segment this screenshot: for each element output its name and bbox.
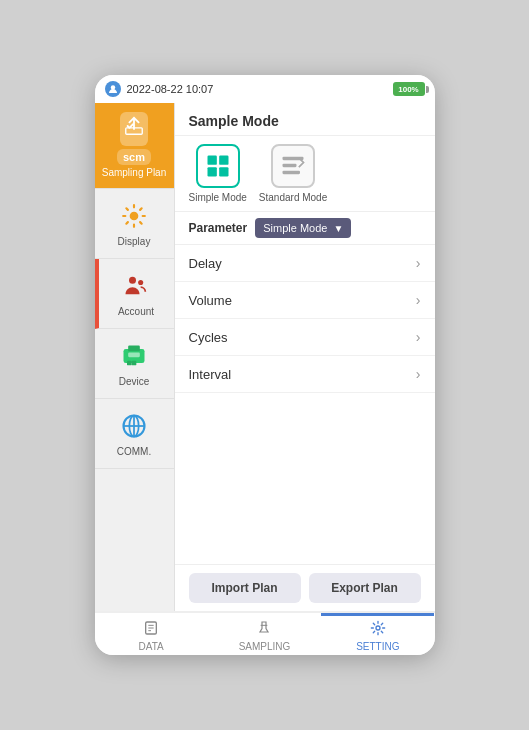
standard-mode-card[interactable]: Standard Mode <box>259 144 327 203</box>
parameter-value: Simple Mode <box>263 222 327 234</box>
sidebar-account-label: Account <box>118 306 154 317</box>
nav-item-sampling[interactable]: SAMPLING <box>208 613 321 655</box>
parameter-label: Parameter <box>189 221 248 235</box>
menu-item-cycles[interactable]: Cycles › <box>175 319 435 356</box>
status-avatar-icon <box>105 81 121 97</box>
setting-nav-icon <box>370 620 386 639</box>
svg-rect-16 <box>219 156 228 165</box>
phone-frame: 2022-08-22 10:07 100% <box>95 75 435 655</box>
svg-rect-21 <box>283 171 301 175</box>
status-bar: 2022-08-22 10:07 100% <box>95 75 435 103</box>
account-icon <box>120 270 152 302</box>
export-plan-button[interactable]: Export Plan <box>309 573 421 603</box>
nav-item-data[interactable]: DATA <box>95 613 208 655</box>
svg-rect-17 <box>207 167 216 176</box>
svg-rect-8 <box>127 361 132 366</box>
menu-item-interval[interactable]: Interval › <box>175 356 435 393</box>
svg-rect-15 <box>207 156 216 165</box>
sidebar-sampling-label: Sampling Plan <box>102 167 166 178</box>
parameter-dropdown[interactable]: Simple Mode ▼ <box>255 218 351 238</box>
import-plan-button[interactable]: Import Plan <box>189 573 301 603</box>
sidebar-device-label: Device <box>119 376 150 387</box>
cycles-label: Cycles <box>189 330 228 345</box>
sidebar: scm Sampling Plan Display <box>95 103 175 611</box>
delay-label: Delay <box>189 256 222 271</box>
svg-point-4 <box>129 277 136 284</box>
svg-rect-10 <box>128 353 140 358</box>
sidebar-item-sampling-plan[interactable]: scm Sampling Plan <box>95 103 174 189</box>
dropdown-arrow-icon: ▼ <box>333 223 343 234</box>
battery-level: 100% <box>398 85 418 94</box>
svg-point-3 <box>130 212 139 221</box>
sampling-nav-icon <box>256 620 272 639</box>
battery-icon: 100% <box>393 82 425 96</box>
nav-sampling-label: SAMPLING <box>239 641 291 652</box>
interval-label: Interval <box>189 367 232 382</box>
menu-item-volume[interactable]: Volume › <box>175 282 435 319</box>
volume-label: Volume <box>189 293 232 308</box>
device-icon <box>118 340 150 372</box>
svg-rect-18 <box>219 167 228 176</box>
menu-list: Delay › Volume › Cycles › Interval › <box>175 245 435 564</box>
sidebar-item-display[interactable]: Display <box>95 189 174 259</box>
nav-item-setting[interactable]: SETTING <box>321 613 434 655</box>
status-time: 2022-08-22 10:07 <box>127 83 387 95</box>
data-nav-icon <box>143 620 159 639</box>
svg-point-27 <box>376 626 380 630</box>
menu-item-delay[interactable]: Delay › <box>175 245 435 282</box>
standard-mode-label: Standard Mode <box>259 192 327 203</box>
action-buttons: Import Plan Export Plan <box>175 564 435 611</box>
sidebar-comm-label: COMM. <box>117 446 151 457</box>
content-title: Sample Mode <box>175 103 435 136</box>
standard-mode-icon <box>271 144 315 188</box>
main-content: scm Sampling Plan Display <box>95 103 435 611</box>
simple-mode-label: Simple Mode <box>189 192 247 203</box>
bottom-nav: DATA SAMPLING SETTING <box>95 611 435 655</box>
simple-mode-card[interactable]: Simple Mode <box>189 144 247 203</box>
display-icon <box>118 200 150 232</box>
delay-chevron-icon: › <box>416 255 421 271</box>
cycles-chevron-icon: › <box>416 329 421 345</box>
mode-section: Simple Mode Standard Mode <box>175 136 435 212</box>
scm-label: scm <box>117 149 151 165</box>
sidebar-display-label: Display <box>118 236 151 247</box>
sidebar-item-comm[interactable]: COMM. <box>95 399 174 469</box>
sidebar-item-device[interactable]: Device <box>95 329 174 399</box>
svg-point-5 <box>138 280 143 285</box>
nav-setting-label: SETTING <box>356 641 399 652</box>
nav-data-label: DATA <box>139 641 164 652</box>
parameter-row: Parameter Simple Mode ▼ <box>175 212 435 245</box>
simple-mode-icon <box>196 144 240 188</box>
content-area: Sample Mode Simple Mode <box>175 103 435 611</box>
interval-chevron-icon: › <box>416 366 421 382</box>
sampling-plan-icon <box>118 113 150 145</box>
comm-icon <box>118 410 150 442</box>
svg-rect-20 <box>283 164 297 168</box>
sidebar-item-account[interactable]: Account <box>95 259 174 329</box>
svg-rect-7 <box>128 346 140 352</box>
volume-chevron-icon: › <box>416 292 421 308</box>
svg-rect-9 <box>132 361 137 366</box>
